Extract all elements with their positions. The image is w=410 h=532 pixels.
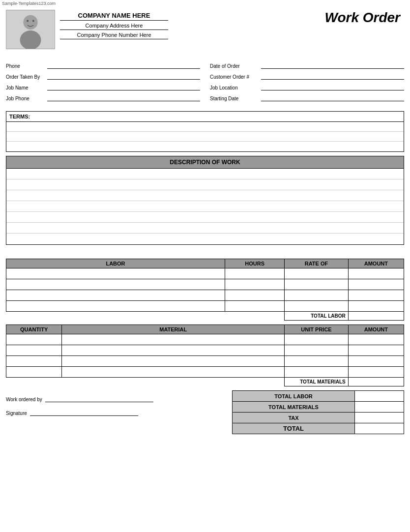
labor-amount-1[interactable] <box>348 268 404 279</box>
terms-row-2[interactable] <box>6 132 404 142</box>
subtotal-total-labor-value[interactable] <box>355 391 404 402</box>
job-phone-input[interactable] <box>47 94 200 101</box>
phone-input[interactable] <box>47 62 200 69</box>
starting-date-input[interactable] <box>261 94 404 101</box>
mat-desc-1[interactable] <box>62 334 285 345</box>
date-of-order-input[interactable] <box>261 62 404 69</box>
mat-qty-2[interactable] <box>6 345 62 356</box>
job-location-row: Job Location <box>210 84 404 90</box>
watermark-text: Sample-Templates123.com <box>0 0 58 7</box>
materials-header-row: QUANTITY MATERIAL UNIT PRICE AMOUNT <box>6 325 404 334</box>
labor-rate-2[interactable] <box>285 279 348 290</box>
total-labor-value[interactable] <box>348 312 404 321</box>
mat-data-row-3[interactable] <box>6 356 404 367</box>
work-ordered-by-row: Work ordered by <box>6 395 153 402</box>
labor-data-row-2[interactable] <box>6 279 404 290</box>
mat-unit-price-1[interactable] <box>285 334 348 345</box>
mat-data-row-4[interactable] <box>6 367 404 378</box>
mat-data-row-2[interactable] <box>6 345 404 356</box>
work-ordered-by-label: Work ordered by <box>6 397 42 402</box>
total-materials-label: TOTAL MATERIALS <box>285 378 348 386</box>
mat-unit-price-3[interactable] <box>285 356 348 367</box>
materials-table-container: QUANTITY MATERIAL UNIT PRICE AMOUNT <box>6 325 404 386</box>
work-ordered-by-input[interactable] <box>45 395 153 402</box>
customer-order-input[interactable] <box>261 73 404 80</box>
labor-rate-1[interactable] <box>285 268 348 279</box>
subtotal-total-materials-value[interactable] <box>355 402 404 413</box>
mat-amount-2[interactable] <box>348 345 404 356</box>
labor-col-header: LABOR <box>6 259 225 268</box>
company-info: COMPANY NAME HERE Company Address Here C… <box>60 10 168 39</box>
order-taken-by-row: Order Taken By <box>6 73 200 80</box>
labor-hours-2[interactable] <box>225 279 284 290</box>
desc-row-1[interactable] <box>6 169 404 179</box>
mat-total-empty <box>6 378 285 386</box>
date-of-order-label: Date of Order <box>210 63 259 69</box>
mat-amount-4[interactable] <box>348 367 404 378</box>
job-location-label: Job Location <box>210 85 259 90</box>
amount-col-header: AMOUNT <box>348 259 404 268</box>
subtotal-row-tax: TAX <box>233 413 404 423</box>
labor-hours-4[interactable] <box>225 301 284 312</box>
labor-desc-1[interactable] <box>6 268 225 279</box>
labor-desc-4[interactable] <box>6 301 225 312</box>
labor-hours-3[interactable] <box>225 290 284 301</box>
labor-desc-2[interactable] <box>6 279 225 290</box>
job-name-input[interactable] <box>47 84 200 90</box>
signature-label: Signature <box>6 411 27 416</box>
job-location-input[interactable] <box>261 84 404 90</box>
labor-table: LABOR HOURS RATE OF AMOUNT <box>6 259 404 321</box>
mat-amount-col-header: AMOUNT <box>348 325 404 334</box>
labor-amount-4[interactable] <box>348 301 404 312</box>
labor-amount-3[interactable] <box>348 290 404 301</box>
mat-data-row-1[interactable] <box>6 334 404 345</box>
terms-row-3[interactable] <box>6 142 404 151</box>
desc-row-7[interactable] <box>6 234 404 244</box>
mat-unit-price-2[interactable] <box>285 345 348 356</box>
labor-total-empty <box>6 312 285 321</box>
mat-desc-3[interactable] <box>62 356 285 367</box>
company-phone: Company Phone Number Here <box>60 32 168 39</box>
quantity-col-header: QUANTITY <box>6 325 62 334</box>
mat-desc-2[interactable] <box>62 345 285 356</box>
labor-data-row-3[interactable] <box>6 290 404 301</box>
svg-point-3 <box>27 20 29 22</box>
labor-rate-3[interactable] <box>285 290 348 301</box>
mat-qty-1[interactable] <box>6 334 62 345</box>
mat-amount-1[interactable] <box>348 334 404 345</box>
desc-row-2[interactable] <box>6 179 404 190</box>
terms-row-1[interactable] <box>6 122 404 132</box>
mat-desc-4[interactable] <box>62 367 285 378</box>
desc-row-6[interactable] <box>6 223 404 234</box>
desc-row-5[interactable] <box>6 212 404 223</box>
labor-data-row-4[interactable] <box>6 301 404 312</box>
fields-left: Phone Order Taken By Job Name Job Phone <box>6 62 200 101</box>
order-taken-by-input[interactable] <box>47 73 200 80</box>
fields-right: Date of Order Customer Order # Job Locat… <box>210 62 404 101</box>
date-of-order-row: Date of Order <box>210 62 404 69</box>
labor-amount-2[interactable] <box>348 279 404 290</box>
mat-amount-3[interactable] <box>348 356 404 367</box>
job-phone-label: Job Phone <box>6 96 45 101</box>
subtotal-tax-value[interactable] <box>355 413 404 423</box>
subtotal-total-labor-label: TOTAL LABOR <box>233 391 355 402</box>
signature-input[interactable] <box>30 409 138 416</box>
mat-qty-4[interactable] <box>6 367 62 378</box>
order-taken-by-label: Order Taken By <box>6 74 45 80</box>
labor-hours-1[interactable] <box>225 268 284 279</box>
desc-row-4[interactable] <box>6 201 404 212</box>
subtotal-row-total-labor: TOTAL LABOR <box>233 391 404 402</box>
labor-desc-3[interactable] <box>6 290 225 301</box>
labor-rate-4[interactable] <box>285 301 348 312</box>
desc-row-3[interactable] <box>6 190 404 201</box>
subtotal-total-value[interactable] <box>355 423 404 434</box>
mat-qty-3[interactable] <box>6 356 62 367</box>
mat-unit-price-4[interactable] <box>285 367 348 378</box>
labor-data-row-1[interactable] <box>6 268 404 279</box>
subtotal-row-total: TOTAL <box>233 423 404 434</box>
material-col-header: MATERIAL <box>62 325 285 334</box>
materials-total-row: TOTAL MATERIALS <box>6 378 404 386</box>
job-name-row: Job Name <box>6 84 200 90</box>
job-name-label: Job Name <box>6 85 45 90</box>
total-materials-value[interactable] <box>348 378 404 386</box>
